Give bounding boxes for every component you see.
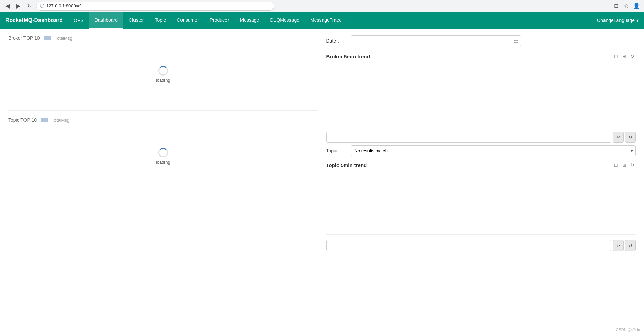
topic-select[interactable]: No results match bbox=[351, 145, 636, 156]
broker-search-input[interactable] bbox=[326, 132, 612, 143]
topic-spinner-ring bbox=[158, 148, 168, 157]
ops-button[interactable]: OPS bbox=[68, 12, 89, 29]
lock-icon: ⓘ bbox=[40, 3, 44, 9]
bottom-search-icon2-button[interactable]: ↺ bbox=[625, 240, 636, 251]
topic-trend-chart bbox=[326, 171, 636, 229]
topic-resize1-button[interactable]: ⊡ bbox=[613, 162, 619, 168]
bottom-search-icon1: ↩ bbox=[616, 243, 620, 248]
broker-trend-divider bbox=[326, 126, 636, 126]
topic-loading-text: loading bbox=[156, 160, 170, 165]
nav-dlqmessage[interactable]: DLQMessage bbox=[265, 12, 305, 29]
date-input[interactable] bbox=[351, 35, 521, 46]
nav-messagetrace[interactable]: MessageTrace bbox=[305, 12, 347, 29]
topic-total-msg-label: TotalMsg bbox=[52, 118, 69, 123]
url-text: 127.0.0.1:8080/#/ bbox=[46, 3, 81, 9]
topic-top10-title: Topic TOP 10 bbox=[8, 117, 37, 123]
nav-topic[interactable]: Topic bbox=[149, 12, 171, 29]
broker-resize2-button[interactable]: ⊞ bbox=[621, 53, 628, 60]
nav-message[interactable]: Message bbox=[235, 12, 265, 29]
search-icon2: ↺ bbox=[629, 135, 632, 140]
profile-button[interactable]: 👤 bbox=[632, 2, 641, 10]
topic-row: Topic : No results match ▾ bbox=[326, 145, 636, 156]
broker-trend-chart bbox=[326, 63, 636, 120]
bottom-search-icon2: ↺ bbox=[629, 243, 632, 248]
bottom-search-wrapper bbox=[326, 240, 612, 251]
topic-refresh-button[interactable]: ↻ bbox=[629, 162, 636, 168]
star-button[interactable]: ☆ bbox=[622, 2, 630, 10]
left-column: Broker TOP 10 TotalMsg loading Topic TOP… bbox=[8, 35, 318, 251]
browser-chrome: ◀ ▶ ↻ ⓘ 127.0.0.1:8080/#/ ⊡ ☆ 👤 bbox=[0, 0, 644, 12]
topic-trend-actions: ⊡ ⊞ ↻ bbox=[613, 162, 636, 168]
bottom-search-input[interactable] bbox=[326, 240, 612, 251]
dashboard-grid: Broker TOP 10 TotalMsg loading Topic TOP… bbox=[8, 35, 636, 251]
bottom-search-icon1-button[interactable]: ↩ bbox=[613, 240, 624, 251]
broker-top10-title: Broker TOP 10 bbox=[8, 35, 40, 41]
broker-legend-box bbox=[44, 36, 51, 40]
watermark: CSDN @虾sin bbox=[616, 327, 640, 332]
topic-resize2-button[interactable]: ⊞ bbox=[621, 162, 628, 168]
broker-search-icon2-button[interactable]: ↺ bbox=[625, 132, 636, 143]
broker-trend-actions: ⊡ ⊞ ↻ bbox=[613, 53, 636, 60]
topic-trend-divider bbox=[326, 234, 636, 235]
change-language-button[interactable]: ChangeLanguage ▾ bbox=[597, 18, 639, 23]
date-label: Date : bbox=[326, 38, 347, 44]
broker-trend-title: Broker 5min trend bbox=[326, 54, 370, 60]
broker-search-row: ↩ ↺ bbox=[326, 132, 636, 143]
broker-trend-header: Broker 5min trend ⊡ ⊞ ↻ bbox=[326, 53, 636, 60]
topic-trend-title: Topic 5min trend bbox=[326, 162, 367, 168]
broker-search-wrapper bbox=[326, 132, 612, 143]
broker-loading-text: loading bbox=[156, 78, 170, 83]
nav-cluster[interactable]: Cluster bbox=[123, 12, 149, 29]
topic-select-wrapper: No results match ▾ bbox=[351, 145, 636, 156]
broker-search-icon1-button[interactable]: ↩ bbox=[613, 132, 624, 143]
topic-chart-area: loading bbox=[8, 125, 318, 187]
broker-trend-section: Broker 5min trend ⊡ ⊞ ↻ bbox=[326, 53, 636, 126]
broker-total-msg-label: TotalMsg bbox=[55, 36, 73, 41]
broker-loading-spinner: loading bbox=[156, 66, 170, 83]
topic-divider bbox=[8, 192, 318, 192]
spinner-ring bbox=[158, 66, 168, 76]
date-input-wrapper: ☷ bbox=[351, 35, 521, 46]
broker-top10-section: Broker TOP 10 TotalMsg bbox=[8, 35, 318, 41]
refresh-button[interactable]: ↻ bbox=[25, 2, 33, 10]
topic-top10-section: Topic TOP 10 TotalMsg bbox=[8, 117, 318, 123]
broker-divider bbox=[8, 110, 318, 111]
app-brand: RocketMQ-Dashboard bbox=[5, 17, 63, 23]
calendar-icon: ☷ bbox=[514, 38, 518, 44]
forward-button[interactable]: ▶ bbox=[14, 2, 22, 10]
browser-right-icons: ⊡ ☆ 👤 bbox=[612, 2, 641, 10]
translate-button[interactable]: ⊡ bbox=[612, 2, 620, 10]
broker-refresh-button[interactable]: ↻ bbox=[629, 53, 636, 60]
bottom-search-row: ↩ ↺ bbox=[326, 240, 636, 251]
topic-label: Topic : bbox=[326, 148, 347, 153]
nav-consumer[interactable]: Consumer bbox=[171, 12, 204, 29]
search-icon1: ↩ bbox=[616, 135, 620, 140]
main-content: Broker TOP 10 TotalMsg loading Topic TOP… bbox=[0, 29, 644, 335]
address-bar[interactable]: ⓘ 127.0.0.1:8080/#/ bbox=[36, 2, 274, 11]
main-navbar: RocketMQ-Dashboard OPS Dashboard Cluster… bbox=[0, 12, 644, 29]
nav-dashboard[interactable]: Dashboard bbox=[89, 12, 124, 29]
topic-trend-header: Topic 5min trend ⊡ ⊞ ↻ bbox=[326, 162, 636, 168]
broker-resize1-button[interactable]: ⊡ bbox=[613, 53, 619, 60]
topic-trend-section: Topic 5min trend ⊡ ⊞ ↻ bbox=[326, 162, 636, 235]
back-button[interactable]: ◀ bbox=[3, 2, 12, 10]
date-row: Date : ☷ bbox=[326, 35, 636, 46]
broker-chart-area: loading bbox=[8, 44, 318, 105]
topic-legend-box bbox=[41, 118, 48, 122]
topic-loading-spinner: loading bbox=[156, 148, 170, 165]
right-column: Date : ☷ Broker 5min trend ⊡ ⊞ ↻ bbox=[326, 35, 636, 251]
nav-producer[interactable]: Producer bbox=[204, 12, 235, 29]
